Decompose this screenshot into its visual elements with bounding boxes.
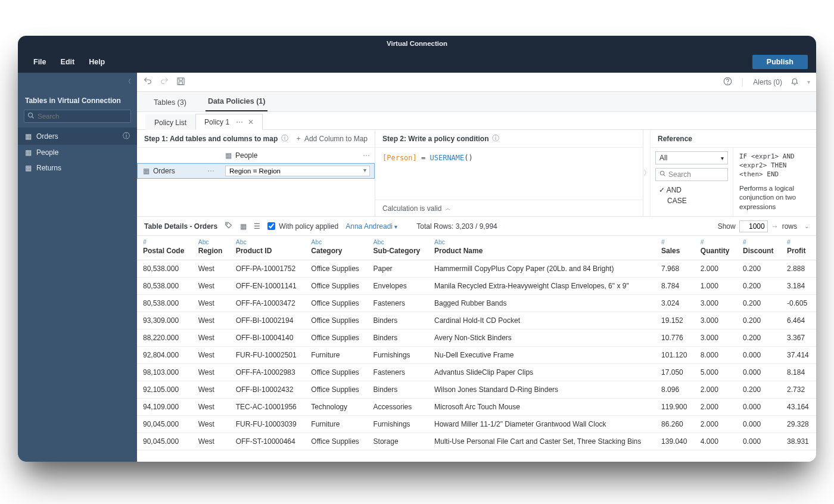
redo-icon[interactable] [160, 76, 169, 88]
column-dtype: Abc [374, 238, 422, 245]
table-cell: 0.200 [737, 260, 781, 278]
publish-button[interactable]: Publish [752, 55, 808, 69]
menu-file[interactable]: File [26, 54, 54, 70]
table-cell: 43.164 [781, 399, 816, 416]
sidebar-collapse-button[interactable]: 〈 [18, 73, 137, 91]
list-view-icon[interactable]: ☰ [254, 222, 260, 231]
reference-search-placeholder: Search [668, 170, 691, 179]
window-title: Virtual Connection [387, 40, 447, 47]
table-cell: 3.184 [781, 278, 816, 295]
reference-search[interactable]: Search [655, 168, 728, 181]
table-cell: 0.200 [737, 329, 781, 347]
column-header[interactable]: #Profit [781, 236, 816, 260]
table-cell: Advantus SlideClip Paper Clips [428, 364, 655, 381]
primary-tab[interactable]: Data Policies (1) [206, 92, 268, 111]
tag-icon[interactable] [225, 221, 233, 231]
table-cell: 3.024 [655, 295, 695, 312]
table-row[interactable]: 90,045.000WestOFF-ST-10000464Office Supp… [137, 433, 816, 450]
column-header[interactable]: AbcCategory [305, 236, 367, 260]
table-row[interactable]: 90,045.000WestFUR-FU-10003039FurnitureFu… [137, 416, 816, 433]
map-row-orders[interactable]: ▦ Orders ⋯ Region = Region [137, 163, 375, 179]
sidebar-item-orders[interactable]: ▦Ordersⓘ [18, 127, 137, 145]
column-header[interactable]: AbcProduct ID [230, 236, 306, 260]
table-row[interactable]: 98,103.000WestOFF-FA-10002983Office Supp… [137, 364, 816, 381]
column-header[interactable]: AbcRegion [192, 236, 230, 260]
undo-icon[interactable] [143, 76, 153, 88]
column-header[interactable]: #Sales [655, 236, 695, 260]
sidebar-search-input[interactable] [24, 110, 131, 123]
policy-applied-toggle[interactable]: With policy applied [267, 222, 338, 231]
table-row[interactable]: 92,804.000WestFUR-FU-10002501FurnitureFu… [137, 347, 816, 364]
column-label: Product ID [236, 247, 272, 255]
svg-line-1 [32, 117, 34, 119]
grid-view-icon[interactable]: ▦ [240, 222, 247, 231]
table-cell: OFF-EN-10001141 [230, 278, 306, 295]
column-header[interactable]: #Discount [737, 236, 781, 260]
show-rows-input[interactable] [739, 220, 768, 232]
reference-syntax: IF <expr1> AND <expr2> THEN <then> END [739, 153, 810, 179]
column-header[interactable]: AbcProduct Name [428, 236, 655, 260]
tab-policy-1-menu-icon[interactable]: ⋯ [236, 118, 243, 126]
table-cell: 2.000 [695, 260, 737, 278]
chevron-down-icon[interactable]: ⌄ [804, 223, 809, 229]
bell-icon[interactable] [791, 77, 799, 87]
menu-help[interactable]: Help [82, 54, 112, 70]
table-cell: 3.000 [695, 312, 737, 329]
table-cell: West [192, 364, 230, 381]
table-cell: Office Supplies [305, 295, 367, 312]
alerts-label[interactable]: Alerts (0) [753, 78, 782, 86]
table-row[interactable]: 92,105.000WestOFF-BI-10002432Office Supp… [137, 381, 816, 399]
help-icon[interactable] [723, 77, 732, 88]
info-icon[interactable]: ⓘ [123, 131, 130, 141]
map-orders-menu-icon[interactable]: ⋯ [207, 167, 214, 175]
table-row[interactable]: 93,309.000WestOFF-BI-10002194Office Supp… [137, 312, 816, 329]
reference-fn-and[interactable]: AND [658, 185, 726, 195]
table-cell: 2.000 [695, 416, 737, 433]
go-icon[interactable]: → [771, 222, 779, 231]
region-map-select[interactable]: Region = Region [225, 166, 370, 176]
table-row[interactable]: 80,538.000WestOFF-FA-10003472Office Supp… [137, 295, 816, 312]
column-label: Profit [787, 247, 805, 255]
table-row[interactable]: 80,538.000WestOFF-PA-10001752Office Supp… [137, 260, 816, 278]
column-header[interactable]: #Quantity [695, 236, 737, 260]
table-cell: Office Supplies [305, 329, 367, 347]
table-row[interactable]: 88,220.000WestOFF-BI-10004140Office Supp… [137, 329, 816, 347]
policy-applied-checkbox[interactable] [267, 222, 275, 230]
chevron-down-icon: ▾ [721, 155, 724, 161]
add-column-button[interactable]: ＋ Add Column to Map [295, 133, 368, 144]
calculation-status[interactable]: Calculation is valid ︿ [375, 200, 643, 216]
alerts-dropdown-icon[interactable]: ▾ [807, 79, 810, 85]
user-dropdown[interactable]: Anna Andreadi ▾ [346, 222, 397, 231]
column-header[interactable]: AbcSub-Category [368, 236, 428, 260]
info-icon[interactable]: ⓘ [281, 133, 288, 144]
reference-description: IF <expr1> AND <expr2> THEN <then> END P… [733, 148, 816, 216]
sidebar-item-people[interactable]: ▦People [18, 145, 137, 160]
menu-edit[interactable]: Edit [54, 54, 82, 70]
save-icon[interactable] [176, 77, 185, 88]
tab-policy-1[interactable]: Policy 1 ⋯ ✕ [195, 114, 263, 130]
map-people-menu-icon[interactable]: ⋯ [363, 151, 370, 160]
table-row[interactable]: 94,109.000WestTEC-AC-10001956TechnologyA… [137, 399, 816, 416]
table-cell: Office Supplies [305, 260, 367, 278]
table-cell: 101.120 [655, 347, 695, 364]
table-cell: 8.184 [781, 364, 816, 381]
column-header[interactable]: #Postal Code [137, 236, 192, 260]
info-icon[interactable]: ⓘ [492, 133, 499, 144]
tab-policy-list[interactable]: Policy List [145, 114, 195, 130]
policy-condition-editor[interactable]: [Person] = USERNAME() [375, 148, 643, 200]
reference-filter-dropdown[interactable]: All ▾ [655, 151, 728, 164]
data-grid-wrap[interactable]: #Postal CodeAbcRegionAbcProduct IDAbcCat… [137, 236, 816, 462]
table-icon: ▦ [25, 148, 32, 157]
primary-tab[interactable]: Tables (3) [151, 94, 189, 111]
svg-line-7 [664, 175, 665, 176]
map-orders-label: Orders [153, 167, 175, 175]
table-cell: Bagged Rubber Bands [428, 295, 655, 312]
reference-fn-case[interactable]: CASE [658, 195, 726, 206]
tab-policy-1-close-icon[interactable]: ✕ [248, 118, 254, 126]
table-cell: West [192, 347, 230, 364]
sidebar-item-returns[interactable]: ▦Returns [18, 160, 137, 176]
table-cell: 8.784 [655, 278, 695, 295]
table-row[interactable]: 80,538.000WestOFF-EN-10001141Office Supp… [137, 278, 816, 295]
reference-expand-icon[interactable]: 〉 [643, 130, 651, 216]
code-field-token: [Person] [382, 154, 417, 162]
